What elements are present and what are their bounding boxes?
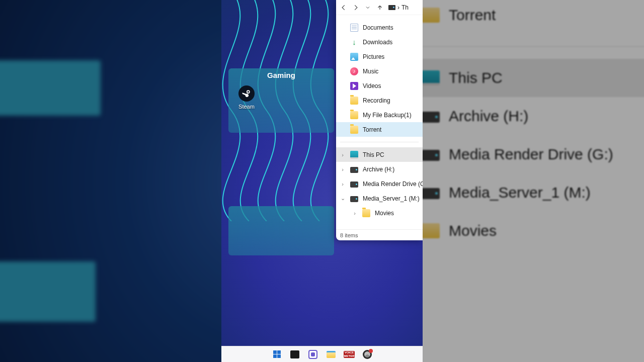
zoom-navtree-label: Torrent [449, 7, 496, 24]
quick-access-label: My File Backup(1) [363, 112, 412, 119]
folder-icon [423, 223, 440, 238]
quick-access-label: Videos [363, 82, 381, 89]
explorer-nav-bar: › Th [336, 0, 423, 15]
status-item-count: 8 items [340, 232, 358, 238]
quick-access-item[interactable]: ↓Downloads [336, 35, 423, 49]
zoom-navtree-item: Torrent [423, 0, 644, 34]
status-bar: 8 items [336, 229, 423, 240]
pictures-icon [350, 53, 358, 61]
navtree-label: Media Render Drive (G:) [363, 180, 423, 188]
folder-icon [423, 8, 440, 23]
navtree-item[interactable]: ›Archive (H:) [336, 162, 423, 176]
zoom-navtree-item: Media_Server_1 (M:) [423, 173, 644, 212]
music-icon [350, 67, 358, 75]
address-breadcrumb[interactable]: › Th [388, 4, 409, 11]
navtree-subitem[interactable]: ›Movies [336, 206, 423, 220]
quick-access-item[interactable]: Torrent [336, 122, 423, 137]
taskbar-terminal[interactable] [287, 348, 302, 361]
quick-access-label: Pictures [363, 53, 384, 60]
breadcrumb-sep: › [397, 4, 399, 11]
navtree-label: This PC [363, 151, 384, 158]
taskbar-camera-app[interactable] [305, 348, 320, 361]
zoom-navtree-label: Movies [449, 222, 497, 239]
zoom-navtree-item: Archive (H:) [423, 97, 644, 135]
navtree-item[interactable]: ›This PC [336, 147, 423, 162]
quick-access-item[interactable]: Pictures [336, 49, 423, 64]
chevron-right-icon[interactable]: › [351, 210, 358, 216]
drv-icon [423, 188, 440, 199]
drive-icon [350, 196, 358, 202]
chevron-right-icon[interactable]: › [339, 181, 346, 187]
quick-access-item[interactable]: Documents [336, 20, 423, 35]
drv-icon [423, 112, 440, 123]
nav-forward-button[interactable] [350, 2, 361, 13]
videos-icon [350, 82, 358, 90]
drv-icon [423, 150, 440, 161]
navtree-label: Archive (H:) [363, 166, 394, 173]
drive-icon [388, 5, 395, 10]
quick-access-label: Documents [363, 24, 393, 31]
folder-icon [350, 126, 358, 134]
taskbar-obs[interactable] [360, 348, 375, 361]
document-icon [350, 24, 358, 32]
svg-point-2 [248, 91, 249, 93]
drive-icon [350, 167, 358, 173]
folder-icon [350, 97, 358, 105]
file-explorer-window: › Th Documents↓DownloadsPicturesMusicVid… [336, 0, 423, 240]
zoom-navtree-item: Media Render Drive (G:) [423, 135, 644, 173]
quick-access-item[interactable]: Music [336, 64, 423, 78]
navtree-label: Movies [375, 210, 394, 217]
this-pc-icon [350, 151, 358, 159]
nav-recent-button[interactable] [362, 2, 373, 13]
taskbar-explorer[interactable] [324, 348, 339, 361]
zoom-navtree-item: This PC [423, 59, 644, 97]
right-backdrop: TorrentThis PCArchive (H:)Media Render D… [423, 0, 644, 362]
quick-access-label: Downloads [363, 39, 392, 46]
steam-icon [238, 85, 255, 102]
nav-back-button[interactable] [338, 2, 349, 13]
fence-gaming[interactable]: Gaming Steam [228, 68, 334, 133]
taskbar: VOICE METER [221, 346, 423, 362]
quick-access-item[interactable]: My File Backup(1) [336, 108, 423, 122]
explorer-navpane: Documents↓DownloadsPicturesMusicVideosRe… [336, 15, 423, 229]
start-button[interactable] [269, 348, 284, 361]
shortcut-steam[interactable]: Steam [230, 85, 263, 110]
folder-icon [362, 209, 370, 217]
fence-title: Gaming [228, 68, 334, 82]
zoom-separator [423, 46, 644, 47]
nav-up-button[interactable] [374, 2, 385, 13]
quick-access-label: Music [363, 68, 378, 75]
navpane-separator [340, 142, 419, 142]
quick-access-item[interactable]: Recording [336, 93, 423, 108]
desktop-wallpaper: Gaming Steam [221, 0, 423, 346]
left-backdrop [0, 0, 221, 362]
download-icon: ↓ [350, 38, 358, 46]
navtree-item[interactable]: ⌄Media_Server_1 (M:) [336, 191, 423, 206]
quick-access-label: Recording [363, 97, 390, 104]
chevron-right-icon[interactable]: › [339, 166, 346, 172]
breadcrumb-text: Th [401, 4, 409, 11]
taskbar-voicemeeter[interactable]: VOICE METER [342, 348, 357, 361]
shortcut-label: Steam [238, 104, 255, 110]
chevron-right-icon[interactable]: › [339, 152, 346, 158]
quick-access-label: Torrent [363, 126, 381, 133]
folder-icon [350, 111, 358, 119]
navtree-label: Media_Server_1 (M:) [363, 195, 420, 202]
zoom-navtree-label: Media_Server_1 (M:) [449, 184, 591, 201]
quick-access-item[interactable]: Videos [336, 78, 423, 93]
navtree-item[interactable]: ›Media Render Drive (G:) [336, 176, 423, 191]
drive-icon [350, 182, 358, 188]
zoom-navtree-item: Movies [423, 212, 644, 250]
zoom-navtree-label: This PC [449, 69, 503, 86]
fence-secondary[interactable] [228, 206, 334, 255]
chevron-down-icon[interactable]: ⌄ [339, 195, 346, 202]
pc-icon [423, 70, 440, 85]
center-portrait: Gaming Steam [221, 0, 423, 362]
zoom-navtree-label: Media Render Drive (G:) [449, 146, 613, 163]
zoom-navtree-label: Archive (H:) [449, 108, 528, 125]
